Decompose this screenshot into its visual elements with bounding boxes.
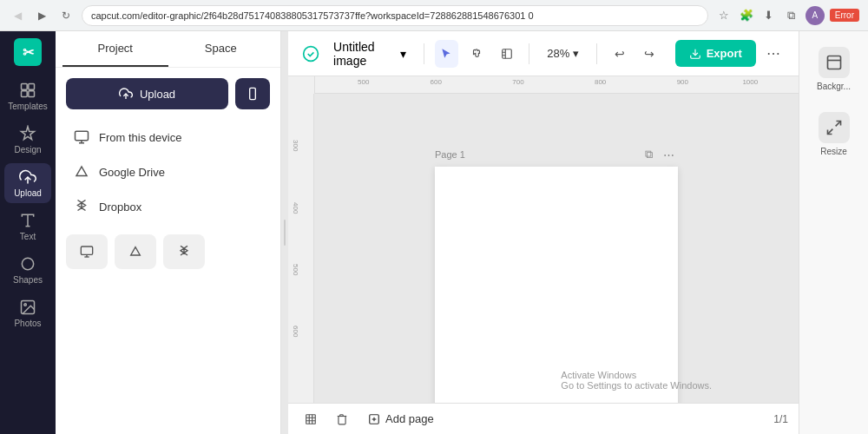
svg-rect-16 [81, 247, 92, 254]
app-logo: ✂ [14, 38, 42, 66]
resize-icon [819, 112, 850, 143]
mobile-upload-button[interactable] [235, 78, 270, 109]
export-button[interactable]: Export [675, 40, 756, 67]
error-badge: Error [830, 9, 859, 22]
export-label: Export [707, 47, 742, 60]
canvas-area: Untitled image ▾ 28% ▾ ↩ [288, 31, 799, 434]
add-page-button[interactable]: Add page [361, 409, 441, 429]
toolbar-logo [302, 43, 319, 64]
zoom-control[interactable]: 28% ▾ [540, 43, 586, 63]
source-googledrive[interactable]: Google Drive [66, 155, 270, 189]
ruler-vertical: 300 400 500 600 [288, 94, 314, 403]
sidebar-label-templates: Templates [8, 102, 48, 111]
svg-rect-1 [29, 84, 35, 90]
ruler-horizontal: 500 600 700 800 900 1000 [314, 76, 799, 94]
source-dropbox-label: Dropbox [99, 201, 141, 214]
source-dropbox[interactable]: Dropbox [66, 189, 270, 224]
layout-tool-button[interactable] [496, 40, 519, 68]
back-button[interactable]: ◀ [9, 7, 26, 24]
resize-handle[interactable] [281, 31, 288, 434]
svg-rect-13 [76, 131, 89, 141]
avatar: A [806, 6, 825, 25]
source-device[interactable]: From this device [66, 120, 270, 155]
sidebar-label-text: Text [20, 232, 36, 241]
googledrive-icon [73, 163, 90, 181]
sidebar-item-templates[interactable]: Templates [4, 76, 51, 116]
quick-dropbox-button[interactable] [163, 234, 205, 269]
zoom-chevron: ▾ [573, 47, 579, 60]
background-label: Backgr... [817, 82, 851, 91]
sidebar-item-shapes[interactable]: Shapes [4, 250, 51, 290]
tab-button[interactable]: ⧉ [783, 7, 800, 24]
source-device-label: From this device [99, 131, 181, 144]
page-more-button[interactable]: ⋯ [660, 146, 678, 163]
grid-button[interactable] [299, 407, 323, 431]
page-actions: ⧉ ⋯ [641, 146, 678, 163]
canvas-scroll[interactable]: Page 1 ⧉ ⋯ [314, 94, 799, 403]
doc-title: Untitled image [333, 40, 397, 68]
svg-rect-21 [306, 414, 316, 424]
sidebar-item-upload[interactable]: Upload [4, 163, 51, 203]
svg-point-9 [24, 304, 26, 306]
source-googledrive-label: Google Drive [99, 166, 165, 179]
url-text: capcut.com/editor-graphic/2f64b28d751740… [91, 10, 534, 21]
toolbar-divider-2 [529, 43, 529, 64]
sidebar-item-photos[interactable]: Photos [4, 293, 51, 333]
right-panel: Backgr... Resize [799, 31, 868, 434]
sidebar-item-design[interactable]: Design [4, 120, 51, 160]
add-page-label: Add page [385, 412, 434, 425]
extensions-button[interactable]: 🧩 [738, 7, 755, 24]
page-copy-button[interactable]: ⧉ [641, 146, 656, 163]
svg-rect-19 [503, 49, 512, 58]
upload-button[interactable]: Upload [66, 78, 228, 109]
sidebar-label-design: Design [14, 145, 41, 155]
svg-rect-2 [22, 91, 28, 97]
redo-button[interactable]: ↪ [638, 40, 661, 68]
sidebar-label-photos: Photos [14, 319, 41, 328]
bottom-bar: Add page 1/1 [288, 403, 799, 434]
upload-panel-body: Upload From this device Google Drive [56, 68, 280, 434]
tab-project[interactable]: Project [62, 31, 168, 67]
quick-access [66, 227, 270, 276]
hand-tool-button[interactable] [465, 40, 489, 68]
resize-button[interactable]: Resize [806, 107, 862, 161]
quick-drive-button[interactable] [115, 234, 156, 269]
doc-title-chevron: ▾ [400, 47, 406, 61]
page-label: Page 1 [435, 149, 465, 160]
page-container: Page 1 ⧉ ⋯ [435, 146, 678, 403]
forward-button[interactable]: ▶ [33, 7, 50, 24]
svg-point-7 [22, 258, 33, 269]
sidebar-item-text[interactable]: Text [4, 207, 51, 247]
sidebar: ✂ Templates Design Upload Text Shapes Ph… [0, 31, 56, 434]
upload-btn-label: Upload [140, 88, 175, 101]
dropbox-icon [73, 198, 90, 215]
resize-label: Resize [820, 147, 847, 156]
select-tool-button[interactable] [435, 40, 458, 68]
sidebar-label-upload: Upload [14, 188, 42, 198]
tab-space[interactable]: Space [168, 31, 274, 67]
bookmark-button[interactable]: ☆ [715, 7, 733, 24]
delete-button[interactable] [330, 407, 354, 431]
background-button[interactable]: Backgr... [806, 42, 862, 96]
page-canvas [435, 167, 678, 403]
download-button[interactable]: ⬇ [760, 7, 778, 24]
undo-button[interactable]: ↩ [608, 40, 631, 68]
app: ✂ Templates Design Upload Text Shapes Ph… [0, 31, 868, 434]
canvas-viewport: 300 400 500 600 Page 1 ⧉ ⋯ [288, 94, 799, 403]
page-counter: 1/1 [773, 413, 788, 425]
svg-rect-25 [827, 56, 840, 69]
doc-title-area[interactable]: Untitled image ▾ [326, 36, 413, 71]
browser-chrome: ◀ ▶ ↻ capcut.com/editor-graphic/2f64b28d… [0, 0, 868, 31]
page-label-row: Page 1 ⧉ ⋯ [435, 146, 678, 163]
svg-rect-3 [29, 91, 35, 97]
reload-button[interactable]: ↻ [57, 7, 75, 24]
more-options-button[interactable]: ⋯ [763, 41, 785, 67]
zoom-value: 28% [547, 47, 569, 60]
svg-line-27 [827, 129, 832, 135]
ruler-top-row: 500 600 700 800 900 1000 [288, 76, 799, 94]
toolbar-divider-3 [596, 43, 597, 64]
upload-panel: Project Space Upload From this device [56, 31, 281, 434]
sidebar-label-shapes: Shapes [13, 275, 43, 285]
quick-monitor-button[interactable] [66, 234, 108, 269]
toolbar-divider-1 [424, 43, 424, 64]
